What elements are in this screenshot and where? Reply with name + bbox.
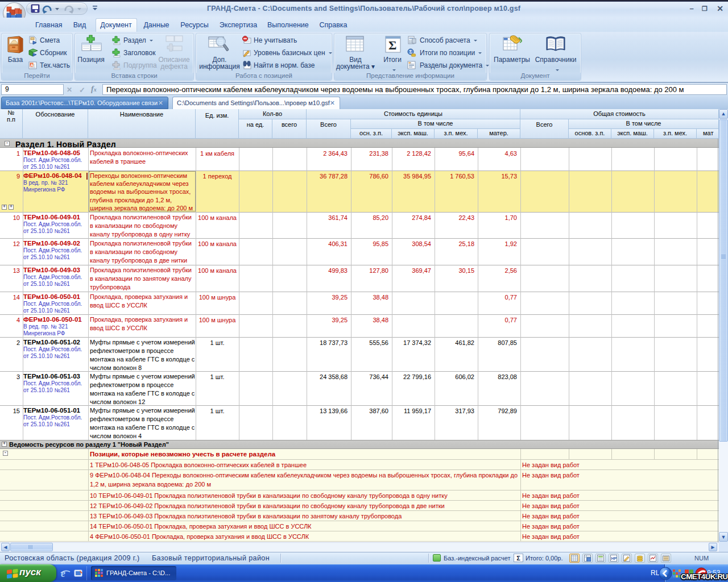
svg-text:e: e xyxy=(61,568,65,579)
svg-text:Σ: Σ xyxy=(388,38,396,52)
svg-text:A: A xyxy=(31,63,34,67)
svg-text:HP: HP xyxy=(611,556,617,560)
